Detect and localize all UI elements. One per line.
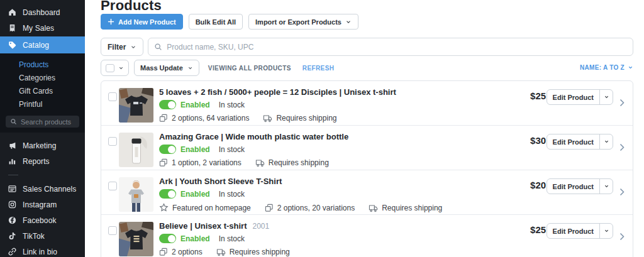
mass-update-button[interactable]: Mass Update xyxy=(134,60,199,76)
product-thumbnail[interactable] xyxy=(119,177,153,212)
chevron-down-icon xyxy=(118,65,124,71)
search-icon xyxy=(10,118,17,125)
home-icon xyxy=(7,8,17,18)
select-all-button[interactable] xyxy=(101,60,129,76)
truck-icon xyxy=(369,204,378,212)
product-thumbnail[interactable] xyxy=(119,222,153,256)
app-screen: Dashboard My Sales Catalog Products Cate… xyxy=(0,0,644,257)
catalog-submenu: Products Categories Gift Cards Printful xyxy=(0,53,85,133)
edit-product-button[interactable]: Edit Product xyxy=(547,178,613,194)
sidebar-item-categories[interactable]: Categories xyxy=(0,72,85,85)
stock-label: In stock xyxy=(219,145,245,154)
chevron-right-icon[interactable] xyxy=(619,187,625,199)
enabled-toggle[interactable] xyxy=(159,145,176,154)
sidebar-item-label: Catalog xyxy=(23,41,49,50)
product-title: Amazing Grace | Wide mouth plastic water… xyxy=(159,132,348,141)
product-title: Believe | Unisex t-shirt xyxy=(159,221,247,231)
edit-product-button[interactable]: Edit Product xyxy=(547,89,613,105)
chevron-down-icon xyxy=(345,19,352,25)
product-row[interactable]: 5 loaves + 2 fish / 5000+ people = 12 Di… xyxy=(101,81,633,126)
enabled-toggle[interactable] xyxy=(159,100,176,109)
row-checkbox[interactable] xyxy=(108,182,117,190)
product-row[interactable]: Ark | Youth Short Sleeve T-Shirt Enabled… xyxy=(101,170,633,215)
sidebar-item-tiktok[interactable]: TikTok xyxy=(0,228,85,244)
status-label: Enabled xyxy=(180,145,210,154)
sidebar-item-products[interactable]: Products xyxy=(0,58,85,72)
product-row[interactable]: Amazing Grace | Wide mouth plastic water… xyxy=(101,126,633,170)
product-row[interactable]: Believe | Unisex t-shirt 2001 Enabled In… xyxy=(101,215,633,257)
row-checkbox[interactable] xyxy=(108,226,117,235)
stock-label: In stock xyxy=(219,101,245,109)
chevron-down-icon xyxy=(187,65,193,71)
sidebar: Dashboard My Sales Catalog Products Cate… xyxy=(0,0,85,257)
row-checkbox[interactable] xyxy=(108,137,117,146)
chevron-right-icon[interactable] xyxy=(619,98,625,110)
options-meta: 2 options, 20 variations xyxy=(265,204,355,212)
status-label: Enabled xyxy=(180,190,210,199)
sidebar-item-dashboard[interactable]: Dashboard xyxy=(0,4,85,20)
row-checkbox[interactable] xyxy=(108,92,117,101)
sort-control[interactable]: NAME: A TO Z xyxy=(580,64,633,71)
options-icon xyxy=(159,114,168,123)
shipping-meta: Requires shipping xyxy=(369,204,442,212)
chevron-right-icon[interactable] xyxy=(619,143,625,155)
edit-dropdown-button[interactable] xyxy=(599,90,613,104)
sidebar-search[interactable] xyxy=(6,116,79,128)
truck-icon xyxy=(255,158,265,167)
instagram-icon xyxy=(7,200,17,210)
sidebar-item-marketing[interactable]: Marketing xyxy=(0,138,85,153)
refresh-link[interactable]: REFRESH xyxy=(303,65,335,72)
shipping-meta: Requires shipping xyxy=(255,158,329,167)
sidebar-item-label: Facebook xyxy=(23,216,57,225)
edit-dropdown-button[interactable] xyxy=(599,224,613,238)
list-controls: Mass Update VIEWING ALL PRODUCTS REFRESH… xyxy=(101,60,633,76)
sidebar-item-instagram[interactable]: Instagram xyxy=(0,197,85,212)
enabled-toggle[interactable] xyxy=(159,189,176,199)
sidebar-item-link-in-bio[interactable]: Link in bio xyxy=(0,244,85,257)
sidebar-item-reports[interactable]: Reports xyxy=(0,153,85,169)
sidebar-item-gift-cards[interactable]: Gift Cards xyxy=(0,85,85,98)
enabled-toggle[interactable] xyxy=(159,234,176,243)
options-icon xyxy=(159,248,168,256)
sidebar-item-printful[interactable]: Printful xyxy=(0,98,85,111)
sidebar-item-label: My Sales xyxy=(23,24,54,33)
product-title: Ark | Youth Short Sleeve T-Shirt xyxy=(159,177,282,186)
sidebar-divider xyxy=(8,175,18,175)
sidebar-item-label: Sales Channels xyxy=(23,185,76,194)
megaphone-icon xyxy=(7,141,17,151)
product-search[interactable] xyxy=(148,38,633,56)
sidebar-item-facebook[interactable]: Facebook xyxy=(0,212,85,228)
bulk-edit-all-button[interactable]: Bulk Edit All xyxy=(189,14,243,30)
add-new-product-button[interactable]: Add New Product xyxy=(101,14,183,30)
shipping-meta: Requires shipping xyxy=(263,114,336,123)
import-export-button[interactable]: Import or Export Products xyxy=(248,14,358,30)
sidebar-item-sales-channels[interactable]: Sales Channels xyxy=(0,181,85,197)
filter-button[interactable]: Filter xyxy=(101,38,143,56)
featured-meta: Featured on homepage xyxy=(159,203,251,212)
sidebar-item-catalog[interactable]: Catalog xyxy=(0,36,85,53)
main-content: Products Add New Product Bulk Edit All I… xyxy=(85,0,644,257)
truck-icon xyxy=(216,248,226,256)
select-all-checkbox[interactable] xyxy=(106,64,114,72)
product-search-input[interactable] xyxy=(167,43,627,52)
page-title: Products xyxy=(101,0,162,14)
product-sku: 2001 xyxy=(252,222,269,231)
status-label: Enabled xyxy=(180,101,210,109)
sidebar-item-my-sales[interactable]: My Sales xyxy=(0,20,85,36)
sidebar-item-label: Marketing xyxy=(23,141,57,150)
sidebar-search-input[interactable] xyxy=(21,118,75,126)
star-icon xyxy=(159,203,169,212)
edit-dropdown-button[interactable] xyxy=(599,134,613,149)
product-thumbnail[interactable] xyxy=(119,133,153,167)
plus-icon xyxy=(108,18,114,25)
tag-icon xyxy=(7,40,17,50)
truck-icon xyxy=(263,114,272,123)
viewing-status-text: VIEWING ALL PRODUCTS xyxy=(208,65,291,72)
storefront-icon xyxy=(7,184,17,194)
edit-product-button[interactable]: Edit Product xyxy=(547,134,613,150)
product-thumbnail[interactable] xyxy=(119,88,153,123)
options-meta: 2 options xyxy=(159,248,203,256)
chevron-right-icon[interactable] xyxy=(619,232,625,244)
edit-dropdown-button[interactable] xyxy=(599,179,613,194)
edit-product-button[interactable]: Edit Product xyxy=(547,223,613,239)
